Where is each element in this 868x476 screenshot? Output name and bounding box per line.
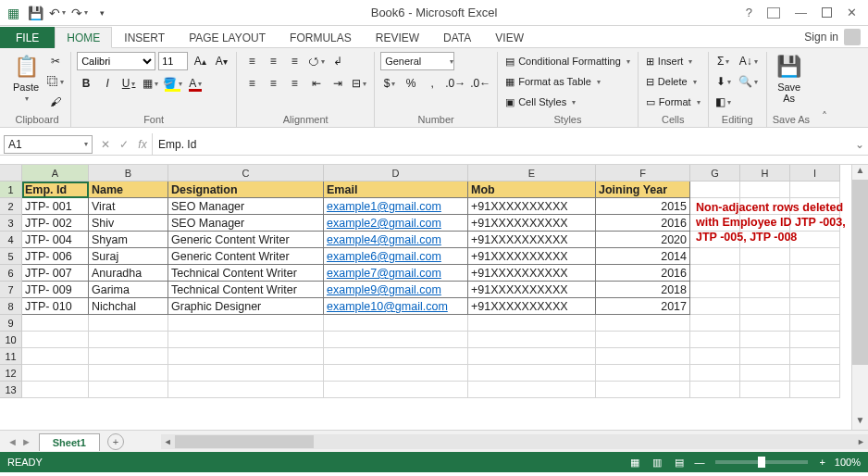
cell[interactable] [740,248,790,265]
cell[interactable] [790,332,840,348]
cell[interactable] [740,265,790,282]
cell[interactable] [324,348,468,365]
select-all-corner[interactable] [0,165,22,182]
autosum-icon[interactable]: Σ▾ [714,52,733,70]
cell[interactable] [168,332,324,348]
fill-color-button[interactable]: 🪣▾ [162,74,183,93]
cell[interactable]: SEO Manager [168,198,324,215]
column-header[interactable]: G [690,165,740,182]
cell[interactable] [740,332,790,348]
cell[interactable]: Anuradha [89,265,168,282]
cell[interactable]: Suraj [89,248,168,265]
tab-formulas[interactable]: FORMULAS [278,27,364,48]
increase-font-icon[interactable]: A▴ [191,52,209,70]
align-right-icon[interactable]: ≡ [285,74,304,93]
normal-view-icon[interactable]: ▦ [625,454,645,470]
save-as-button[interactable]: 💾 Save As [773,52,806,106]
column-header[interactable]: C [168,165,324,182]
row-header[interactable]: 10 [0,332,22,348]
scroll-down-icon[interactable]: ▼ [852,415,868,430]
format-as-table-button[interactable]: ▦Format as Table▾ [503,72,602,91]
tab-page-layout[interactable]: PAGE LAYOUT [177,27,278,48]
cell[interactable] [22,315,89,332]
formula-input[interactable]: Emp. Id [152,133,851,155]
bold-button[interactable]: B [77,74,95,93]
cell[interactable]: Generic Content Writer [168,248,324,265]
align-left-icon[interactable]: ≡ [242,74,261,93]
delete-cells-button[interactable]: ⊟Delete▾ [644,72,699,91]
enter-formula-icon[interactable]: ✓ [115,135,133,154]
cell[interactable] [168,382,324,398]
cell[interactable] [468,348,596,365]
cell[interactable] [168,348,324,365]
cell[interactable]: JTP- 007 [22,265,89,282]
border-button[interactable]: ▦▾ [141,74,159,93]
cell[interactable]: +91XXXXXXXXXX [468,215,596,232]
cell[interactable] [790,265,840,282]
column-header[interactable]: E [468,165,596,182]
row-header[interactable]: 13 [0,382,22,398]
cell[interactable]: 2014 [596,248,690,265]
cell[interactable] [22,332,89,348]
cell[interactable] [690,282,740,298]
cell[interactable] [468,315,596,332]
cell[interactable]: 2018 [596,282,690,298]
cell[interactable]: JTP- 001 [22,198,89,215]
row-header[interactable]: 9 [0,315,22,332]
name-box[interactable]: A1▾ [4,135,93,154]
cell[interactable] [790,248,840,265]
paste-button[interactable]: 📋 Paste ▾ [9,52,43,105]
cell[interactable] [690,248,740,265]
cell[interactable] [690,348,740,365]
cell[interactable] [790,365,840,382]
insert-function-icon[interactable]: fx [133,135,152,154]
decrease-font-icon[interactable]: A▾ [212,52,230,70]
excel-app-icon[interactable]: ▦ [4,4,22,22]
row-headers[interactable]: 12345678910111213 [0,182,22,398]
zoom-slider[interactable] [715,460,808,464]
orientation-icon[interactable]: ⭯▾ [307,52,326,70]
vertical-scrollbar[interactable]: ▲ ▼ [851,165,868,430]
cell[interactable] [690,382,740,398]
cell[interactable]: JTP- 006 [22,248,89,265]
email-link[interactable]: example2@gmail.com [324,215,468,232]
collapse-ribbon-icon[interactable]: ˄ [815,52,834,127]
cell[interactable] [168,365,324,382]
cell[interactable] [324,315,468,332]
tab-home[interactable]: HOME [55,27,112,48]
new-sheet-button[interactable]: + [107,433,124,450]
hscroll-thumb[interactable] [175,435,314,448]
cell[interactable] [596,315,690,332]
decrease-indent-icon[interactable]: ⇤ [307,74,326,93]
email-link[interactable]: example9@gmail.com [324,282,468,298]
ribbon-display-icon[interactable] [767,7,780,19]
minimize-icon[interactable]: — [791,4,811,21]
cell[interactable] [790,182,840,198]
cell[interactable]: +91XXXXXXXXXX [468,265,596,282]
cell[interactable]: Mob [468,182,596,198]
cell[interactable]: Generic Content Writer [168,232,324,248]
column-header[interactable]: F [596,165,690,182]
row-header[interactable]: 6 [0,265,22,282]
merge-center-icon[interactable]: ⊟▾ [350,74,368,93]
format-painter-icon[interactable]: 🖌 [46,93,65,111]
sheet-tab-sheet1[interactable]: Sheet1 [39,433,100,451]
email-link[interactable]: example10@gmail.com [324,298,468,315]
cell[interactable] [740,282,790,298]
cell[interactable] [690,182,740,198]
cell-styles-button[interactable]: ▣Cell Styles▾ [503,93,577,111]
qat-customize-icon[interactable]: ▾ [93,4,111,22]
email-link[interactable]: example6@gmail.com [324,248,468,265]
cell[interactable] [22,382,89,398]
cell[interactable] [690,298,740,315]
cell[interactable] [740,315,790,332]
close-icon[interactable]: ✕ [843,4,861,21]
maximize-icon[interactable] [822,7,832,18]
cell[interactable]: 2016 [596,265,690,282]
cell[interactable] [790,348,840,365]
page-layout-view-icon[interactable]: ▥ [647,454,667,470]
find-select-icon[interactable]: 🔍▾ [737,72,761,91]
save-icon[interactable]: 💾 [26,4,44,22]
cell[interactable] [740,298,790,315]
sort-filter-icon[interactable]: A↓▾ [737,52,761,70]
